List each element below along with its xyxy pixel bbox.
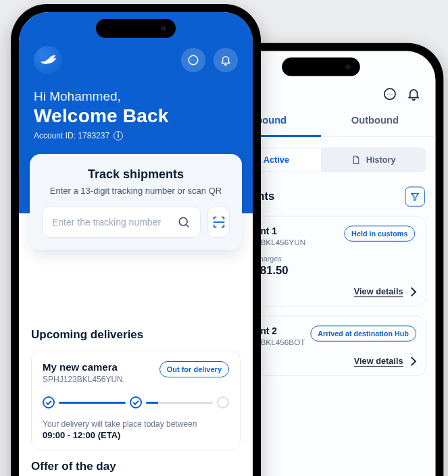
document-icon [351, 155, 361, 165]
progress-step-1 [43, 396, 55, 408]
svg-point-3 [392, 94, 393, 95]
status-badge: Out for delivery [159, 361, 229, 377]
tab-outbound[interactable]: Outbound [321, 105, 429, 136]
segment-history[interactable]: History [321, 149, 426, 171]
status-badge: Arrived at destination Hub [310, 325, 416, 342]
status-badge: Held in customs [344, 226, 415, 242]
segment-active-label: Active [264, 155, 289, 165]
tracking-input[interactable] [52, 217, 170, 228]
search-icon [177, 215, 191, 229]
chevron-right-icon [407, 356, 416, 366]
track-title: Track shipments [42, 167, 230, 182]
bell-icon[interactable] [406, 86, 421, 101]
phone-front: Hi Mohammed, Welcome Back Account ID: 17… [11, 4, 261, 476]
qr-scan-icon [211, 215, 226, 230]
svg-point-8 [179, 217, 187, 226]
account-id: Account ID: 1783237 i [34, 131, 238, 140]
scan-qr-button[interactable] [207, 207, 230, 238]
delivery-tracking: SPHJ123BKL456YUN [43, 375, 123, 384]
svg-point-1 [387, 94, 388, 95]
view-details-label: View details [354, 286, 403, 296]
segment-history-label: History [366, 155, 396, 165]
eta-time: 09:00 - 12:00 (ETA) [43, 430, 229, 440]
track-card: Track shipments Enter a 13-digit trackin… [30, 154, 242, 250]
delivery-card: My new camera SPHJ123BKL456YUN Out for d… [31, 350, 241, 450]
chevron-right-icon [407, 287, 416, 296]
delivery-progress [43, 396, 229, 408]
account-id-label: Account ID: 1783237 [34, 131, 109, 140]
info-icon[interactable]: i [114, 131, 123, 140]
svg-point-5 [191, 60, 192, 61]
eta-label: Your delivery will take place today betw… [43, 419, 229, 429]
filter-button[interactable] [405, 186, 424, 206]
view-details-label: View details [354, 356, 403, 366]
svg-point-7 [195, 60, 195, 61]
track-subtitle: Enter a 13-digit tracking number or scan… [42, 186, 230, 196]
tracking-search[interactable] [42, 207, 201, 238]
upcoming-heading: Upcoming deliveries [31, 328, 241, 342]
filter-icon [409, 191, 420, 202]
progress-step-2 [130, 396, 142, 408]
greeting-welcome: Welcome Back [34, 105, 238, 127]
brand-logo [34, 46, 62, 74]
progress-step-3 [217, 396, 229, 408]
bell-icon [220, 54, 232, 66]
notifications-button[interactable] [214, 48, 238, 72]
chat-icon [187, 54, 199, 66]
svg-point-2 [389, 94, 390, 95]
progress-bar-2 [146, 402, 213, 404]
greeting-hi: Hi Mohammed, [34, 89, 238, 104]
chat-icon[interactable] [382, 86, 397, 101]
view-details-link[interactable]: View details [354, 286, 415, 296]
progress-bar-1 [59, 402, 126, 404]
chat-button[interactable] [181, 48, 205, 72]
bird-icon [38, 50, 58, 70]
notch [282, 57, 360, 76]
offer-heading: Offer of the day [31, 460, 241, 473]
notch [96, 19, 176, 38]
view-details-link[interactable]: View details [354, 356, 415, 366]
svg-point-6 [193, 60, 194, 61]
delivery-title: My new camera [43, 361, 123, 373]
